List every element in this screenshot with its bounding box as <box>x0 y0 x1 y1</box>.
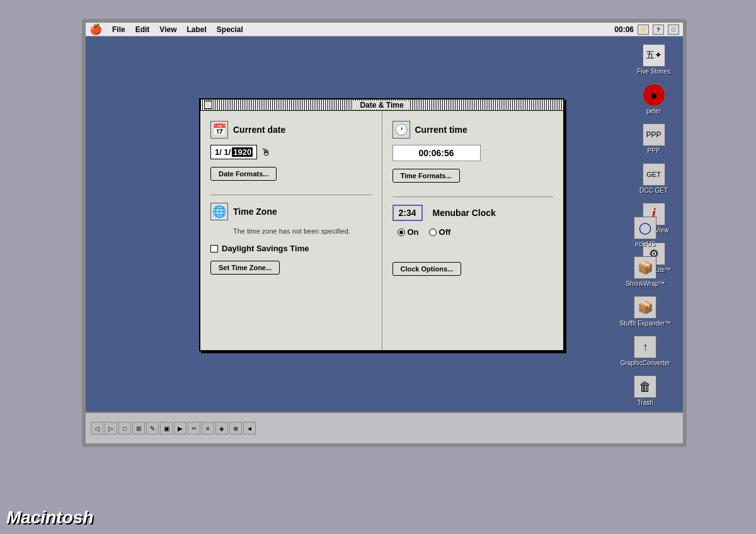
radio-on[interactable] <box>398 229 405 236</box>
radio-on-label: On <box>408 227 419 237</box>
radio-off-item[interactable]: Off <box>429 227 451 237</box>
globe-icon: 🌐 <box>210 203 228 220</box>
menubar-help-icon[interactable]: ? <box>653 25 664 35</box>
taskbar-item-2[interactable]: ▷ <box>105 422 117 435</box>
peter-label: peter <box>646 108 661 115</box>
timezone-title: Time Zone <box>233 207 277 217</box>
apple-menu[interactable]: 🍎 <box>89 24 102 35</box>
taskbar-item-5[interactable]: ✎ <box>146 422 159 435</box>
clock-radio-group: On Off <box>398 227 554 237</box>
menu-label[interactable]: Label <box>181 24 211 35</box>
macintosh-label: Macintosh <box>6 508 93 528</box>
menubar-right: 00:06 ⚡ ? □ <box>614 25 679 35</box>
taskbar-item-9[interactable]: ≡ <box>202 422 214 435</box>
current-time-header: 🕐 Current time <box>392 121 554 139</box>
date-time-dialog: Date & Time 📅 Current date 1/ 1/1920 🖱 <box>199 98 564 351</box>
shrinkwrap-icon: 📦 <box>634 256 656 279</box>
set-timezone-button[interactable]: Set Time Zone... <box>210 261 280 275</box>
stuffit-expander-label: StuffIt Expander™ <box>619 320 671 327</box>
desktop-icon-ppp[interactable]: PPP PPP <box>634 121 673 157</box>
taskbar: ◁ ▷ □ ⊞ ✎ ▣ ▶ ✂ ≡ ◈ ⊕ ◄ <box>86 412 683 443</box>
menubar-battery-icon: ⚡ <box>638 25 649 35</box>
dialog-title: Date & Time <box>353 101 410 110</box>
timezone-header: 🌐 Time Zone <box>210 203 372 220</box>
taskbar-item-11[interactable]: ⊕ <box>229 422 242 435</box>
date-field-container: 1/ 1/1920 🖱 <box>210 145 372 159</box>
daylight-savings-checkbox[interactable] <box>210 245 218 253</box>
monitor: 🍎 File Edit View Label Special 00:06 ⚡ ?… <box>82 19 687 447</box>
radio-on-item[interactable]: On <box>398 227 419 237</box>
date-year-highlight: 1920 <box>232 147 253 157</box>
clock-mini-display: 2:34 <box>392 205 423 221</box>
desktop-icon-stuffit-expander[interactable]: 📦 StuffIt Expander™ <box>617 293 673 329</box>
dcc-get-label: DCC GET <box>639 187 668 194</box>
ppp-icon: PPP <box>643 123 665 146</box>
clock-options-button[interactable]: Clock Options... <box>392 262 462 276</box>
ircleus-label: ircleUS <box>635 241 655 247</box>
graphicconverter-label: GraphicConverter <box>621 360 670 366</box>
date-value: 1/ 1/ <box>215 147 231 157</box>
current-time-title: Current time <box>415 125 467 135</box>
ircleus-icon: ◯ <box>634 217 656 239</box>
current-date-title: Current date <box>233 125 285 135</box>
menubar-clock-display: 00:06 <box>614 25 634 34</box>
ppp-label: PPP <box>648 147 660 154</box>
taskbar-item-10[interactable]: ◈ <box>215 422 228 435</box>
dcc-get-icon: GET <box>643 163 665 186</box>
dialog-close-button[interactable] <box>204 101 212 109</box>
radio-off[interactable] <box>429 229 437 236</box>
time-input[interactable]: 00:06:56 <box>392 145 481 161</box>
date-formats-button[interactable]: Date Formats... <box>210 167 277 181</box>
calendar-icon: 📅 <box>210 121 228 139</box>
right-panel-divider <box>392 196 554 197</box>
date-input[interactable]: 1/ 1/1920 <box>210 145 257 159</box>
clock-mini-value: 2:34 <box>399 208 416 218</box>
five-stones-icon: 五✦ <box>643 44 665 67</box>
left-panel: 📅 Current date 1/ 1/1920 🖱 Date Formats.… <box>200 111 382 350</box>
desktop-icon-graphicconverter[interactable]: ↑ GraphicConverter <box>617 333 673 369</box>
radio-off-label: Off <box>439 227 451 237</box>
menubar-clock-label: Menubar Clock <box>433 208 496 218</box>
current-date-header: 📅 Current date <box>210 121 372 139</box>
menu-view[interactable]: View <box>154 24 181 35</box>
stuffit-expander-icon: 📦 <box>634 296 656 319</box>
menubar-clock-section: 2:34 Menubar Clock <box>392 205 554 221</box>
taskbar-item-6[interactable]: ▣ <box>160 422 173 435</box>
timezone-section: 🌐 Time Zone The time zone has not been s… <box>210 203 372 236</box>
taskbar-item-7[interactable]: ▶ <box>174 422 186 435</box>
taskbar-item-1[interactable]: ◁ <box>91 422 103 435</box>
menu-edit[interactable]: Edit <box>130 24 155 35</box>
daylight-savings-row: Daylight Savings Time <box>210 244 372 253</box>
date-stepper-icon[interactable]: 🖱 <box>261 147 271 158</box>
menu-file[interactable]: File <box>107 24 130 35</box>
desktop-icon-trash[interactable]: 🗑 Trash <box>617 373 673 409</box>
desktop-icon-peter[interactable]: ● peter <box>634 81 673 117</box>
dialog-body: 📅 Current date 1/ 1/1920 🖱 Date Formats.… <box>200 111 563 350</box>
trash-label: Trash <box>638 399 653 406</box>
desktop: 🍎 File Edit View Label Special 00:06 ⚡ ?… <box>86 23 683 443</box>
five-stones-label: Five Stones <box>637 68 670 75</box>
clock-icon: 🕐 <box>392 121 410 139</box>
menubar-app-icon[interactable]: □ <box>668 25 679 35</box>
desktop-icon-ircleus[interactable]: ◯ ircleUS <box>617 214 673 250</box>
desktop-icon-shrinkwrap[interactable]: 📦 ShrinkWrap™ <box>617 254 673 290</box>
taskbar-item-8[interactable]: ✂ <box>188 422 200 435</box>
graphicconverter-icon: ↑ <box>634 336 656 358</box>
menu-special[interactable]: Special <box>212 24 248 35</box>
peter-icon: ● <box>643 84 665 106</box>
desktop-icon-five-stones[interactable]: 五✦ Five Stones <box>634 42 673 77</box>
right-panel: 🕐 Current time 00:06:56 Time Formats... … <box>382 111 564 350</box>
time-formats-button[interactable]: Time Formats... <box>392 169 460 183</box>
desktop-icon-dcc-get[interactable]: GET DCC GET <box>634 161 673 196</box>
timezone-text: The time zone has not been specified. <box>233 227 372 236</box>
dialog-titlebar: Date & Time <box>200 99 563 111</box>
taskbar-item-4[interactable]: ⊞ <box>132 422 145 435</box>
trash-icon: 🗑 <box>634 375 656 398</box>
daylight-savings-label: Daylight Savings Time <box>222 244 309 253</box>
menubar: 🍎 File Edit View Label Special 00:06 ⚡ ?… <box>86 23 683 37</box>
shrinkwrap-label: ShrinkWrap™ <box>626 280 665 287</box>
taskbar-item-3[interactable]: □ <box>118 422 131 435</box>
desktop-bottom-icons: ◯ ircleUS 📦 ShrinkWrap™ 📦 StuffIt Expand… <box>617 214 673 409</box>
taskbar-item-12[interactable]: ◄ <box>243 422 256 435</box>
panel-divider <box>210 195 372 195</box>
